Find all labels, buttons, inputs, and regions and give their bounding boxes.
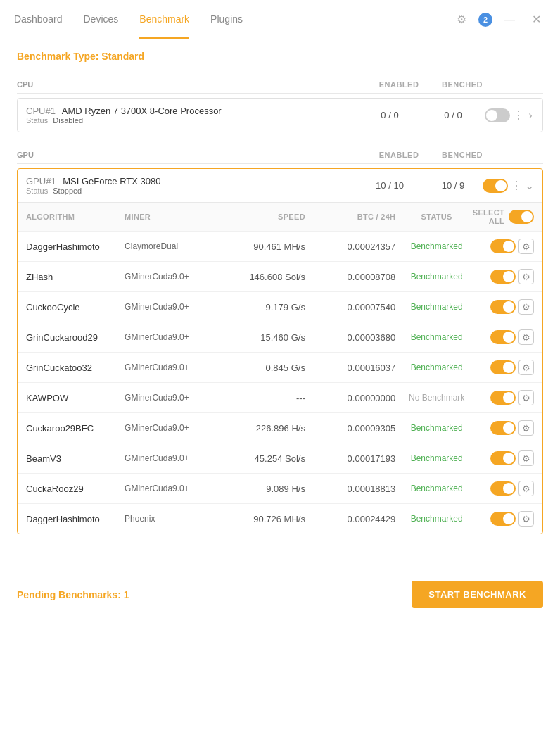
algo-miner: ClaymoreDual (125, 241, 223, 251)
algo-name: BeamV3 (26, 453, 125, 464)
algo-toggle[interactable] (490, 512, 516, 526)
gpu-section-header: GPU ENABLED BENCHED (17, 146, 543, 164)
algo-miner: Phoenix (125, 514, 223, 524)
algo-gear-icon[interactable]: ⚙ (518, 390, 534, 405)
algo-gear-icon[interactable]: ⚙ (518, 360, 534, 375)
algo-toggle[interactable] (490, 330, 516, 344)
cpu-device-main: CPU#1 AMD Ryzen 7 3700X 8-Core Processor… (18, 99, 542, 132)
algo-header-speed: SPEED (223, 213, 305, 221)
cpu-device-row: CPU#1 AMD Ryzen 7 3700X 8-Core Processor… (17, 98, 543, 132)
algo-header-btc: BTC / 24H (305, 213, 395, 221)
cpu-enabled-val: 0 / 0 (358, 110, 421, 120)
algo-speed: --- (223, 393, 305, 403)
algo-actions: ⚙ (478, 329, 534, 345)
algo-name: CuckaRooz29 (26, 484, 125, 494)
algo-status: No Benchmark (395, 393, 478, 403)
algo-toggle[interactable] (490, 239, 516, 253)
cpu-section: CPU ENABLED BENCHED CPU#1 AMD Ryzen 7 37… (17, 76, 543, 132)
cpu-toggle[interactable] (485, 108, 510, 122)
algo-status: Benchmarked (395, 453, 478, 463)
algo-gear-icon[interactable]: ⚙ (518, 299, 534, 315)
algo-toggle[interactable] (490, 481, 516, 496)
algo-gear-icon[interactable]: ⚙ (518, 511, 534, 527)
algo-miner: GMinerCuda9.0+ (125, 484, 223, 493)
algo-status: Benchmarked (395, 241, 478, 251)
algo-gear-icon[interactable]: ⚙ (518, 269, 534, 284)
algo-gear-icon[interactable]: ⚙ (518, 329, 534, 345)
select-all-toggle[interactable] (509, 210, 534, 224)
nav-tabs: Dashboard Devices Benchmark Plugins (14, 1, 243, 39)
algo-gear-icon[interactable]: ⚙ (518, 420, 534, 436)
cpu-device-name: CPU#1 AMD Ryzen 7 3700X 8-Core Processor (26, 106, 358, 116)
gpu-benched-val: 10 / 9 (421, 180, 485, 191)
algo-toggle[interactable] (490, 451, 516, 465)
algo-miner: GMinerCuda9.0+ (125, 302, 223, 312)
gpu-name: MSI GeForce RTX 3080 (63, 176, 160, 187)
algo-actions: ⚙ (478, 360, 534, 375)
gpu-collapse-icon[interactable]: ⌄ (525, 177, 534, 194)
tab-benchmark[interactable]: Benchmark (139, 1, 189, 39)
gear-icon[interactable]: ⚙ (452, 10, 471, 30)
algo-actions: ⚙ (478, 390, 534, 405)
algo-name: KAWPOW (26, 393, 125, 403)
algo-gear-icon[interactable]: ⚙ (518, 450, 534, 466)
algo-btc: 0.00007540 (305, 302, 395, 313)
algo-toggle[interactable] (490, 270, 516, 284)
algo-miner: GMinerCuda9.0+ (125, 362, 223, 372)
gpu-device-name: GPU#1 MSI GeForce RTX 3080 (26, 176, 358, 187)
gpu-toggle[interactable] (483, 179, 508, 193)
close-icon[interactable]: ✕ (526, 10, 546, 30)
algo-header-status: STATUS (395, 213, 478, 221)
algo-name: Cuckaroo29BFC (26, 423, 125, 434)
algo-header-algorithm: ALGORITHM (26, 213, 125, 221)
start-benchmark-button[interactable]: START BENCHMARK (412, 581, 543, 608)
algo-status: Benchmarked (395, 514, 478, 524)
algo-status: Benchmarked (395, 362, 478, 372)
algo-speed: 146.608 Sol/s (223, 272, 305, 282)
algo-row: DaggerHashimoto ClaymoreDual 90.461 MH/s… (18, 231, 542, 261)
cpu-status-label: Status (26, 116, 48, 125)
algo-toggle[interactable] (490, 391, 516, 405)
algo-table-header: ALGORITHM MINER SPEED BTC / 24H STATUS S… (18, 202, 542, 231)
cpu-more-icon[interactable]: ⋮ (513, 107, 524, 124)
algo-speed: 9.089 H/s (223, 484, 305, 494)
gpu-more-icon[interactable]: ⋮ (511, 177, 522, 194)
algo-actions: ⚙ (478, 511, 534, 527)
gpu-section: GPU ENABLED BENCHED GPU#1 MSI GeForce RT… (17, 146, 543, 534)
algo-actions: ⚙ (478, 299, 534, 315)
algo-row: ZHash GMinerCuda9.0+ 146.608 Sol/s 0.000… (18, 261, 542, 291)
algo-btc: 0.00008708 (305, 272, 395, 282)
algo-actions: ⚙ (478, 420, 534, 436)
algo-btc: 0.00009305 (305, 423, 395, 434)
notification-badge[interactable]: 2 (478, 13, 492, 27)
cpu-name: AMD Ryzen 7 3700X 8-Core Processor (62, 106, 222, 116)
tab-dashboard[interactable]: Dashboard (14, 1, 63, 39)
algo-toggle[interactable] (490, 360, 516, 374)
algo-toggle[interactable] (490, 421, 516, 435)
algo-speed: 45.254 Sol/s (223, 453, 305, 464)
algo-btc: 0.00017193 (305, 453, 395, 464)
tab-devices[interactable]: Devices (84, 1, 119, 39)
top-nav: Dashboard Devices Benchmark Plugins ⚙ 2 … (0, 0, 560, 39)
algo-row: CuckooCycle GMinerCuda9.0+ 9.179 G/s 0.0… (18, 291, 542, 322)
algo-row: KAWPOW GMinerCuda9.0+ --- 0.00000000 No … (18, 382, 542, 412)
gpu-device-status: Status Stopped (26, 187, 358, 195)
algo-name: DaggerHashimoto (26, 241, 125, 252)
algo-actions: ⚙ (478, 239, 534, 254)
nav-controls: ⚙ 2 — ✕ (452, 10, 546, 30)
algo-miner: GMinerCuda9.0+ (125, 453, 223, 463)
algo-header-miner: MINER (125, 213, 223, 221)
gpu-device-row: GPU#1 MSI GeForce RTX 3080 Status Stoppe… (17, 168, 543, 534)
algo-toggle[interactable] (490, 300, 516, 314)
algo-row: CuckaRooz29 GMinerCuda9.0+ 9.089 H/s 0.0… (18, 473, 542, 503)
cpu-device-info: CPU#1 AMD Ryzen 7 3700X 8-Core Processor… (26, 106, 358, 125)
cpu-benched-header: BENCHED (431, 80, 494, 89)
algo-gear-icon[interactable]: ⚙ (518, 239, 534, 254)
algo-gear-icon[interactable]: ⚙ (518, 481, 534, 496)
cpu-expand-icon[interactable]: › (527, 107, 534, 124)
algo-btc: 0.00003680 (305, 332, 395, 343)
tab-plugins[interactable]: Plugins (210, 1, 243, 39)
algo-btc: 0.00024357 (305, 241, 395, 252)
minimize-icon[interactable]: — (499, 10, 519, 30)
algo-speed: 90.726 MH/s (223, 514, 305, 524)
